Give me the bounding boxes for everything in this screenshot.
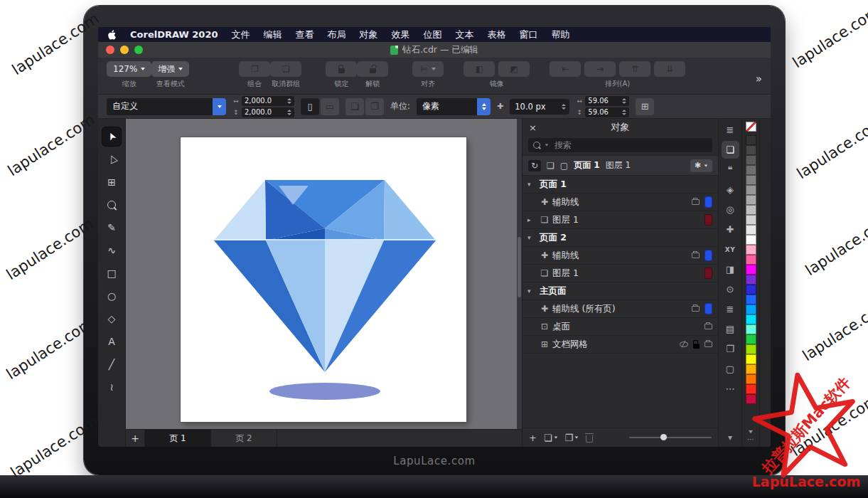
- arrange-back-button[interactable]: ⇥: [584, 61, 616, 77]
- all-pages-button[interactable]: ❐: [365, 98, 384, 115]
- layer-color-chip[interactable]: [704, 303, 712, 314]
- lock-icon[interactable]: [693, 344, 700, 349]
- docker-tab-coordinates[interactable]: XY: [722, 240, 739, 258]
- lock-button[interactable]: [326, 61, 357, 77]
- duplicate-y-field[interactable]: 59.06: [585, 107, 629, 117]
- no-color-swatch[interactable]: [746, 122, 756, 132]
- ellipse-tool[interactable]: ○: [102, 287, 121, 305]
- color-swatch[interactable]: [746, 275, 756, 285]
- objects-tree-row[interactable]: ▾主页面: [523, 282, 718, 300]
- objects-tree-row[interactable]: ❏图层 1: [523, 265, 718, 282]
- docker-tab-transform[interactable]: ✚: [722, 221, 739, 238]
- duplicate-x-field[interactable]: 59.06: [585, 96, 629, 106]
- color-swatch[interactable]: [746, 215, 756, 225]
- canvas-scrollbar[interactable]: [517, 119, 522, 429]
- new-master-layer-button[interactable]: ❐: [565, 433, 579, 443]
- menu-effects[interactable]: 效果: [391, 28, 409, 41]
- objects-tree-row[interactable]: ▸❏图层 1: [523, 211, 718, 229]
- search-input[interactable]: [553, 139, 707, 151]
- delete-button[interactable]: [586, 433, 593, 443]
- layer-color-chip[interactable]: [704, 196, 712, 208]
- layer-color-chip[interactable]: [704, 214, 712, 226]
- page-tab-1[interactable]: 页 1: [145, 430, 211, 447]
- canvas[interactable]: [126, 119, 522, 429]
- color-swatch[interactable]: [746, 225, 756, 235]
- units-dropdown[interactable]: 像素: [417, 98, 491, 115]
- stepper[interactable]: [287, 98, 293, 104]
- shape-tool[interactable]: ▷: [102, 150, 121, 169]
- artistic-media-tool[interactable]: ∿: [102, 241, 121, 260]
- menu-bitmaps[interactable]: 位图: [423, 28, 441, 41]
- zoom-tool[interactable]: [102, 196, 121, 214]
- landscape-button[interactable]: ▭: [321, 98, 339, 115]
- color-swatch[interactable]: [746, 255, 756, 265]
- docker-options-button[interactable]: ✱: [690, 159, 712, 172]
- dropdown-button[interactable]: [213, 98, 226, 115]
- diamond-artwork[interactable]: [181, 137, 466, 422]
- tab-strip-scroll-icon[interactable]: ▾: [728, 433, 732, 447]
- add-page-button[interactable]: +: [126, 430, 145, 447]
- objects-tree-row[interactable]: ⊡桌面: [523, 318, 718, 336]
- docker-tab-step-repeat[interactable]: ❐: [722, 340, 739, 358]
- color-swatch[interactable]: [746, 265, 756, 275]
- color-swatch[interactable]: [746, 185, 756, 195]
- color-swatch[interactable]: [746, 245, 756, 255]
- color-swatch[interactable]: [746, 295, 756, 304]
- disclosure-icon[interactable]: ▸: [527, 216, 538, 223]
- zoom-level-dropdown[interactable]: 127%: [107, 61, 151, 77]
- color-swatch[interactable]: [746, 384, 756, 394]
- docker-tab-symbols[interactable]: ◎: [722, 201, 739, 218]
- menu-view[interactable]: 查看: [295, 28, 314, 41]
- layer-color-chip[interactable]: [704, 250, 712, 261]
- docker-tab-objects[interactable]: ❏: [722, 141, 739, 159]
- nudge-field[interactable]: 10.0 px: [510, 99, 569, 115]
- printer-icon[interactable]: [692, 253, 700, 258]
- units-dropdown-button[interactable]: [477, 98, 491, 115]
- objects-tree-row[interactable]: ✚辅助线: [523, 247, 718, 265]
- color-swatch[interactable]: [746, 314, 756, 324]
- menu-layout[interactable]: 布局: [327, 28, 345, 41]
- pick-tool[interactable]: ➤: [102, 127, 121, 146]
- printer-icon[interactable]: [704, 341, 712, 347]
- close-docker-icon[interactable]: ×: [529, 122, 540, 133]
- color-swatch[interactable]: [746, 165, 756, 175]
- stepper[interactable]: [622, 98, 628, 104]
- docker-tab-scrapbook[interactable]: ▤: [722, 320, 739, 338]
- objects-tree-row[interactable]: ⊞文档网格: [523, 336, 718, 354]
- menu-table[interactable]: 表格: [487, 28, 505, 41]
- sync-view-icon[interactable]: ↻: [528, 160, 541, 171]
- objects-tree-row[interactable]: ✚辅助线 (所有页): [523, 300, 718, 318]
- thumbnail-size-slider[interactable]: [629, 437, 712, 438]
- color-swatch[interactable]: [746, 175, 756, 185]
- add-object-button[interactable]: +: [529, 433, 537, 443]
- polygon-tool[interactable]: ◇: [102, 309, 121, 328]
- ungroup-button[interactable]: ❏: [270, 61, 301, 77]
- menu-file[interactable]: 文件: [231, 28, 250, 41]
- unlock-button[interactable]: [357, 61, 388, 77]
- arrange-backward-button[interactable]: ⇊: [654, 61, 685, 77]
- docker-tab-more[interactable]: ⋯: [722, 380, 739, 398]
- color-swatch[interactable]: [746, 324, 756, 334]
- palette-more-icon[interactable]: ⋯: [747, 435, 754, 443]
- objects-tree-row[interactable]: ▾页面 2: [523, 229, 718, 247]
- menu-help[interactable]: 帮助: [551, 28, 569, 41]
- stepper[interactable]: [622, 110, 628, 115]
- arrange-forward-button[interactable]: ⇈: [619, 61, 650, 77]
- preset-dropdown[interactable]: 自定义: [107, 98, 226, 115]
- toolbar-overflow-button[interactable]: »: [756, 70, 762, 85]
- portrait-button[interactable]: ▯: [301, 98, 319, 115]
- scrollbar-thumb[interactable]: [518, 237, 521, 297]
- disclosure-icon[interactable]: ▾: [527, 181, 538, 188]
- objects-tree-row[interactable]: ▾页面 1: [523, 176, 718, 194]
- slider-knob[interactable]: [660, 434, 667, 440]
- drawing-page[interactable]: [181, 137, 466, 422]
- close-window-button[interactable]: [106, 46, 114, 54]
- zoom-window-button[interactable]: [134, 46, 143, 54]
- arrange-front-button[interactable]: ⇤: [550, 61, 581, 77]
- page-tab-2[interactable]: 页 2: [211, 430, 277, 447]
- color-swatch[interactable]: [746, 205, 756, 215]
- color-swatch[interactable]: [746, 354, 756, 364]
- docker-tab-extrude[interactable]: ◨: [722, 260, 739, 278]
- new-layer-button[interactable]: ❏: [544, 433, 558, 443]
- color-swatch[interactable]: [746, 304, 756, 314]
